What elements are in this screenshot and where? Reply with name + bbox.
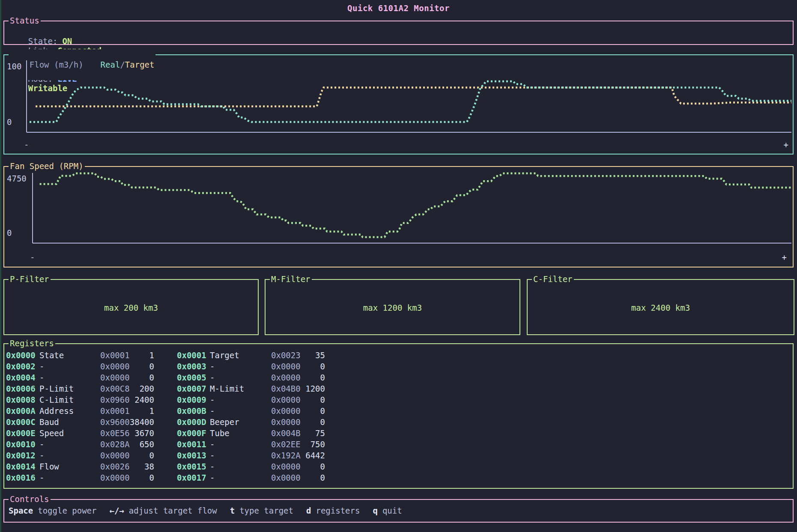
app-title: Quick 6101A2 Monitor <box>0 3 797 13</box>
register-dec-value: 650 <box>119 440 154 449</box>
register-address: 0x0016 <box>6 473 36 482</box>
fan-zoom-in-hint[interactable]: + <box>782 253 787 262</box>
register-dec-value: 0 <box>290 473 325 482</box>
p-filter-panel: P-Filter max 200 km3 <box>3 279 259 335</box>
register-dec-value: 0 <box>290 362 325 371</box>
flow-chart-panel: Flow (m3/h)Real/Target 100 0 - + <box>3 54 794 155</box>
register-dec-value: 0 <box>290 373 325 382</box>
controls-panel: Controls Spacetoggle power←/→adjust targ… <box>3 499 794 523</box>
control-hint[interactable]: ←/→adjust target flow <box>109 506 217 515</box>
register-name: - <box>210 440 215 449</box>
register-name: - <box>210 462 215 471</box>
terminal-edge-strip <box>0 0 1 532</box>
register-address: 0x0008 <box>6 395 36 404</box>
register-address: 0x0013 <box>177 451 206 460</box>
register-row: 0x0012-0x000000x0013-0x192A6442 <box>4 451 793 462</box>
register-dec-value: 1200 <box>290 384 325 393</box>
control-key: Space <box>9 506 33 515</box>
register-name: - <box>210 473 215 482</box>
control-description: toggle power <box>38 506 96 515</box>
register-address: 0x0010 <box>6 440 36 449</box>
register-name: Beeper <box>210 417 239 427</box>
register-name: - <box>210 362 215 371</box>
m-filter-panel: M-Filter max 1200 km3 <box>265 279 520 335</box>
register-dec-value: 2400 <box>119 395 154 404</box>
register-address: 0x000D <box>177 417 206 427</box>
register-name: Tube <box>210 428 230 438</box>
register-row: 0x000CBaud0x9600384000x000DBeeper0x00000 <box>4 417 793 428</box>
register-address: 0x0012 <box>6 451 36 460</box>
register-dec-value: 0 <box>119 473 154 482</box>
register-name: - <box>39 440 44 449</box>
control-hint[interactable]: qquit <box>373 506 402 515</box>
control-description: quit <box>382 506 402 515</box>
register-row: 0x0014Flow0x0026380x0015-0x00000 <box>4 462 793 473</box>
register-name: - <box>210 406 215 416</box>
c-filter-label: C-Filter <box>532 274 574 284</box>
register-name: Address <box>39 406 74 416</box>
control-description: registers <box>316 506 360 515</box>
register-dec-value: 75 <box>290 428 325 438</box>
register-address: 0x000F <box>177 428 206 438</box>
register-name: - <box>210 373 215 382</box>
register-address: 0x0005 <box>177 373 206 382</box>
chart-series-line <box>30 81 791 122</box>
register-name: - <box>39 451 44 460</box>
fan-zoom-out-hint[interactable]: - <box>30 253 35 262</box>
register-dec-value: 0 <box>119 451 154 460</box>
control-hint[interactable]: Spacetoggle power <box>9 506 96 515</box>
p-filter-label: P-Filter <box>9 274 51 284</box>
register-address: 0x0007 <box>177 384 206 393</box>
register-address: 0x0009 <box>177 395 206 404</box>
status-panel-label: Status <box>9 15 41 26</box>
register-dec-value: 38 <box>119 462 154 471</box>
register-row: 0x0000State0x000110x0001Target0x002335 <box>4 351 793 362</box>
register-name: C-Limit <box>39 395 74 404</box>
fan-speed-panel: Fan Speed (RPM) 4750 0 - + <box>3 166 794 267</box>
register-address: 0x000A <box>6 406 36 416</box>
register-dec-value: 1 <box>119 351 154 360</box>
control-hint[interactable]: dregisters <box>306 506 360 515</box>
register-row: 0x0002-0x000000x0003-0x00000 <box>4 362 793 373</box>
register-address: 0x0002 <box>6 362 36 371</box>
register-address: 0x0011 <box>177 440 206 449</box>
register-dec-value: 750 <box>290 440 325 449</box>
register-dec-value: 38400 <box>119 417 154 427</box>
register-name: Target <box>210 351 239 360</box>
control-key: ←/→ <box>109 506 124 515</box>
register-dec-value: 200 <box>119 384 154 393</box>
flow-zoom-out-hint[interactable]: - <box>24 140 29 149</box>
register-name: P-Limit <box>39 384 74 393</box>
register-address: 0x000B <box>177 406 206 416</box>
register-name: - <box>39 473 44 482</box>
register-name: M-Limit <box>210 384 244 393</box>
register-dec-value: 0 <box>290 395 325 404</box>
state-label: State: <box>28 36 58 46</box>
status-panel: Status State:ON Link:Connected Target Fl… <box>3 21 794 45</box>
register-name: Speed <box>39 428 64 438</box>
register-name: - <box>210 395 215 404</box>
control-hint[interactable]: ttype target <box>230 506 293 515</box>
status-state: State:ON <box>28 36 72 46</box>
register-address: 0x0006 <box>6 384 36 393</box>
register-row: 0x0006P-Limit0x00C82000x0007M-Limit0x04B… <box>4 384 793 395</box>
register-address: 0x0001 <box>177 351 206 360</box>
register-dec-value: 0 <box>290 406 325 416</box>
register-address: 0x0003 <box>177 362 206 371</box>
register-dec-value: 0 <box>119 362 154 371</box>
register-dec-value: 3670 <box>119 428 154 438</box>
register-name: - <box>210 451 215 460</box>
register-name: State <box>39 351 64 360</box>
register-row: 0x0008C-Limit0x096024000x0009-0x00000 <box>4 395 793 406</box>
registers-table: 0x0000State0x000110x0001Target0x0023350x… <box>4 344 793 488</box>
register-name: Baud <box>39 417 59 427</box>
register-dec-value: 35 <box>290 351 325 360</box>
control-key: d <box>306 506 311 515</box>
c-filter-panel: C-Filter max 2400 km3 <box>527 279 794 335</box>
register-address: 0x0004 <box>6 373 36 382</box>
chart-series-line <box>36 87 791 106</box>
register-address: 0x0014 <box>6 462 36 471</box>
flow-zoom-in-hint[interactable]: + <box>784 140 788 149</box>
flow-chart <box>4 55 793 141</box>
register-dec-value: 6442 <box>290 451 325 460</box>
